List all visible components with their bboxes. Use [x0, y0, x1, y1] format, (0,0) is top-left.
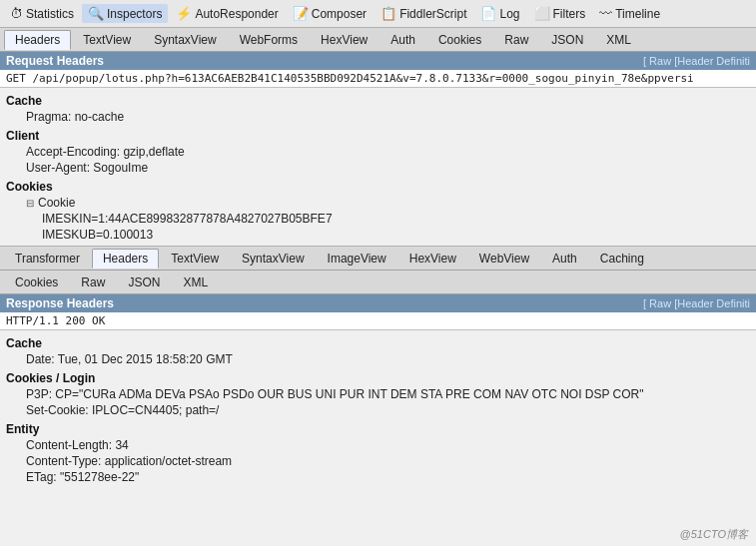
resp-group-item: Date: Tue, 01 Dec 2015 18:58:20 GMT	[6, 351, 750, 367]
composer-icon: 📝	[293, 6, 309, 21]
watermark: @51CTO博客	[680, 527, 748, 542]
toolbar-autoresponder[interactable]: ⚡ AutoResponder	[170, 4, 284, 23]
tab-resp-textview[interactable]: TextView	[160, 249, 230, 268]
resp-group-item: ETag: "551278ee-22"	[6, 469, 750, 485]
request-section-links[interactable]: [ Raw [Header Definiti	[643, 55, 750, 67]
toolbar-inspectors[interactable]: 🔍 Inspectors	[82, 4, 168, 23]
group-item: User-Agent: SogouIme	[6, 160, 750, 176]
tab-req-raw[interactable]: Raw	[493, 30, 539, 49]
tab-resp-headers[interactable]: Headers	[92, 249, 159, 269]
response-tab-bar-1: Transformer Headers TextView SyntaxView …	[0, 247, 756, 271]
log-icon: 📄	[480, 6, 496, 21]
inspectors-icon: 🔍	[88, 6, 104, 21]
tab-req-hexview[interactable]: HexView	[310, 30, 378, 49]
tab-resp-raw[interactable]: Raw	[70, 273, 116, 291]
request-section-header: Request Headers [ Raw [Header Definiti	[0, 52, 756, 70]
tab-resp-auth[interactable]: Auth	[541, 249, 588, 268]
cookie-label: Cookie	[38, 196, 75, 210]
request-url-bar: GET /api/popup/lotus.php?h=613AC6AEB2B41…	[0, 70, 756, 88]
tab-resp-cookies[interactable]: Cookies	[4, 273, 69, 291]
response-section-title: Response Headers	[6, 296, 114, 310]
toolbar-composer-label: Composer	[312, 7, 367, 21]
resp-group-item: P3P: CP="CURa ADMa DEVa PSAo PSDo OUR BU…	[6, 386, 750, 402]
request-headers-section: Request Headers [ Raw [Header Definiti G…	[0, 52, 756, 247]
toolbar-statistics[interactable]: ⏱ Statistics	[4, 4, 80, 23]
toolbar-log[interactable]: 📄 Log	[474, 4, 525, 23]
tab-resp-hexview[interactable]: HexView	[398, 249, 467, 268]
request-content[interactable]: Cache Pragma: no-cache Client Accept-Enc…	[0, 88, 756, 247]
toolbar-fiddlerscript[interactable]: 📋 FiddlerScript	[375, 4, 472, 23]
response-headers-section: Response Headers [ Raw [Header Definiti …	[0, 294, 756, 539]
tab-req-json[interactable]: JSON	[540, 30, 594, 49]
toolbar-composer[interactable]: 📝 Composer	[287, 4, 373, 23]
group-item: IMESKIN=1:44ACE899832877878A4827027B05BF…	[6, 211, 750, 227]
response-section-links[interactable]: [ Raw [Header Definiti	[643, 297, 750, 309]
tab-resp-imageview[interactable]: ImageView	[317, 249, 397, 268]
tab-resp-webview[interactable]: WebView	[468, 249, 540, 268]
group-item: IMESKUB=0.100013	[6, 227, 750, 243]
resp-group-item: Content-Type: application/octet-stream	[6, 453, 750, 469]
tab-resp-syntaxview[interactable]: SyntaxView	[231, 249, 315, 268]
resp-group-item: Set-Cookie: IPLOC=CN4405; path=/	[6, 402, 750, 418]
toolbar-log-label: Log	[499, 7, 519, 21]
tab-resp-xml[interactable]: XML	[172, 273, 219, 291]
response-content[interactable]: Cache Date: Tue, 01 Dec 2015 18:58:20 GM…	[0, 330, 756, 539]
tab-req-textview[interactable]: TextView	[72, 30, 142, 49]
toolbar-timeline[interactable]: 〰 Timeline	[593, 4, 666, 23]
toolbar-inspectors-label: Inspectors	[107, 7, 162, 21]
resp-group-cache: Cache	[6, 336, 750, 350]
tab-req-webforms[interactable]: WebForms	[229, 30, 309, 49]
group-cookies: Cookies	[6, 180, 750, 194]
toolbar-statistics-label: Statistics	[26, 7, 74, 21]
response-url-bar: HTTP/1.1 200 OK	[0, 312, 756, 330]
expand-icon: ⊟	[26, 198, 34, 209]
response-section-header: Response Headers [ Raw [Header Definiti	[0, 294, 756, 312]
top-toolbar: ⏱ Statistics 🔍 Inspectors ⚡ AutoResponde…	[0, 0, 756, 28]
toolbar-filters-label: Filters	[553, 7, 586, 21]
resp-group-entity: Entity	[6, 422, 750, 436]
group-item: Accept-Encoding: gzip,deflate	[6, 144, 750, 160]
tab-req-headers[interactable]: Headers	[4, 30, 71, 50]
resp-group-cookies-login: Cookies / Login	[6, 371, 750, 385]
request-section-title: Request Headers	[6, 54, 104, 68]
tab-resp-json[interactable]: JSON	[117, 273, 171, 291]
fiddlerscript-icon: 📋	[380, 6, 396, 21]
filters-icon: ⬜	[534, 6, 550, 21]
response-tab-bar-2: Cookies Raw JSON XML	[0, 271, 756, 294]
group-client: Client	[6, 129, 750, 143]
resp-group-item: Content-Length: 34	[6, 437, 750, 453]
tab-req-auth[interactable]: Auth	[379, 30, 426, 49]
timeline-icon: 〰	[599, 6, 612, 21]
tab-resp-transformer[interactable]: Transformer	[4, 249, 91, 268]
toolbar-autoresponder-label: AutoResponder	[195, 7, 278, 21]
tab-req-xml[interactable]: XML	[595, 30, 642, 49]
toolbar-fiddlerscript-label: FiddlerScript	[399, 7, 466, 21]
request-tab-bar: Headers TextView SyntaxView WebForms Hex…	[0, 28, 756, 52]
group-cache: Cache	[6, 94, 750, 108]
tab-req-syntaxview[interactable]: SyntaxView	[143, 30, 227, 49]
toolbar-filters[interactable]: ⬜ Filters	[528, 4, 592, 23]
toolbar-timeline-label: Timeline	[615, 7, 660, 21]
autoresponder-icon: ⚡	[176, 6, 192, 21]
statistics-icon: ⏱	[10, 6, 23, 21]
tab-resp-caching[interactable]: Caching	[589, 249, 655, 268]
cookie-expand-row[interactable]: ⊟ Cookie	[6, 195, 750, 211]
tab-req-cookies[interactable]: Cookies	[427, 30, 492, 49]
group-item: Pragma: no-cache	[6, 109, 750, 125]
